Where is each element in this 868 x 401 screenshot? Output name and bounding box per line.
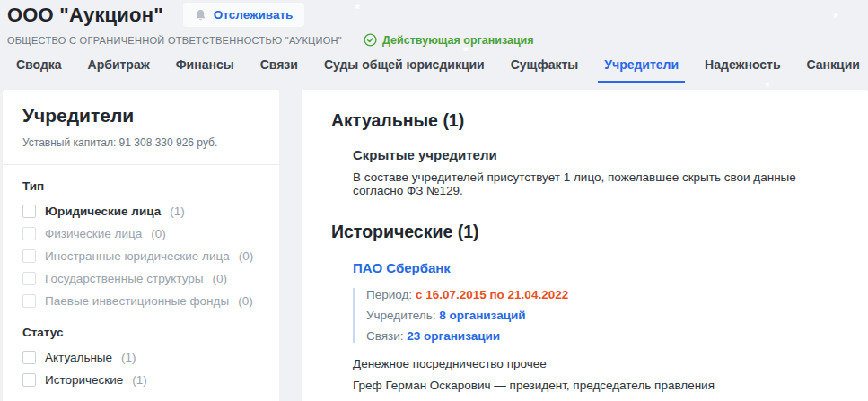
historical-section-title: Исторические (1) xyxy=(331,222,841,242)
filter-legal-entities[interactable]: Юридические лица (1) xyxy=(22,205,261,218)
filter-label: Физические лица xyxy=(45,227,142,240)
checkbox-icon[interactable] xyxy=(22,351,36,364)
filter-count: (0) xyxy=(239,249,254,263)
filter-count: (1) xyxy=(121,351,136,364)
checkbox-icon[interactable] xyxy=(22,227,36,240)
filter-actual[interactable]: Актуальные (1) xyxy=(22,351,261,364)
divider xyxy=(3,164,279,165)
founder-label: Учредитель: xyxy=(366,309,436,322)
founder-orgs-link[interactable]: 8 организаций xyxy=(439,309,525,322)
bell-icon xyxy=(195,9,206,22)
tab-finansy[interactable]: Финансы xyxy=(176,55,234,83)
hidden-founders-text: В составе учредителей присутствует 1 лиц… xyxy=(353,170,841,197)
checkbox-icon[interactable] xyxy=(22,205,36,218)
tab-nadezhnost[interactable]: Надежность xyxy=(705,55,780,83)
checkbox-icon[interactable] xyxy=(22,373,36,387)
founders-panel: Актуальные (1) Скрытые учредители В сост… xyxy=(302,90,868,401)
filter-count: (0) xyxy=(238,294,253,308)
checkbox-icon[interactable] xyxy=(22,294,36,308)
activity-line: Денежное посредничество прочее xyxy=(353,355,841,372)
filter-label: Юридические лица xyxy=(45,205,161,218)
filter-label: Иностранные юридические лица xyxy=(45,249,230,263)
filter-label: Паевые инвестиционные фонды xyxy=(45,294,229,308)
tab-sudy[interactable]: Суды общей юрисдикции xyxy=(324,55,485,83)
filter-count: (0) xyxy=(212,272,227,285)
company-name: ООО "Аукцион" xyxy=(7,4,163,27)
filters-sidebar: Учредители Уставный капитал: 91 308 330 … xyxy=(3,90,279,401)
filter-label: Актуальные xyxy=(45,351,112,364)
filter-count: (0) xyxy=(151,227,166,240)
track-button-label: Отслеживать xyxy=(214,8,294,22)
filter-state-structures[interactable]: Государственные структуры (0) xyxy=(22,272,261,285)
hidden-founders-title: Скрытые учредители xyxy=(353,147,841,162)
links-row: Связи: 23 организации xyxy=(366,329,841,343)
checkbox-icon[interactable] xyxy=(22,272,36,285)
filter-count: (1) xyxy=(170,205,185,218)
founder-row: Учредитель: 8 организаций xyxy=(366,309,841,322)
founder-card: ПАО Сбербанк Период: с 16.07.2015 по 21.… xyxy=(353,260,841,401)
company-full-name: ОБЩЕСТВО С ОГРАНИЧЕННОЙ ОТВЕТСТВЕННОСТЬЮ… xyxy=(7,35,342,46)
founder-company-link[interactable]: ПАО Сбербанк xyxy=(353,260,451,275)
filter-label: Исторические xyxy=(45,373,123,387)
filter-individuals[interactable]: Физические лица (0) xyxy=(22,227,261,240)
status-badge-label: Действующая организация xyxy=(382,34,534,47)
tab-uchrediteli[interactable]: Учредители xyxy=(604,55,679,83)
period-label: Период: xyxy=(366,288,412,301)
charter-capital: Уставный капитал: 91 308 330 926 руб. xyxy=(22,136,261,149)
filter-foreign-legal-entities[interactable]: Иностранные юридические лица (0) xyxy=(22,249,261,263)
founder-details: Денежное посредничество прочее Греф Герм… xyxy=(353,355,841,401)
tab-sushchfakty[interactable]: Сущфакты xyxy=(511,55,579,83)
track-button[interactable]: Отслеживать xyxy=(183,3,305,27)
founder-meta-block: Период: с 16.07.2015 по 21.04.2022 Учред… xyxy=(353,288,841,343)
links-label: Связи: xyxy=(366,329,404,343)
ceo-line: Греф Герман Оскарович — президент, предс… xyxy=(353,377,841,394)
tab-arbitrazh[interactable]: Арбитраж xyxy=(88,55,150,83)
period-value: с 16.07.2015 по 21.04.2022 xyxy=(416,288,568,301)
sidebar-title: Учредители xyxy=(22,105,261,126)
filter-group-type-title: Тип xyxy=(22,179,261,193)
filter-historical[interactable]: Исторические (1) xyxy=(22,373,261,387)
tab-svodka[interactable]: Сводка xyxy=(16,55,62,83)
checkbox-icon[interactable] xyxy=(22,249,36,263)
period-row: Период: с 16.07.2015 по 21.04.2022 xyxy=(366,288,841,301)
tab-bar: Сводка Арбитраж Финансы Связи Суды общей… xyxy=(0,55,868,83)
filter-group-status-title: Статус xyxy=(22,326,261,339)
page-header: ООО "Аукцион" Отслеживать ОБЩЕСТВО С ОГР… xyxy=(0,0,868,47)
filter-count: (1) xyxy=(132,373,147,387)
filter-investment-funds[interactable]: Паевые инвестиционные фонды (0) xyxy=(22,294,261,308)
actual-section-title: Актуальные (1) xyxy=(331,110,841,131)
status-badge: Действующая организация xyxy=(364,33,534,47)
content-area: Учредители Уставный капитал: 91 308 330 … xyxy=(0,90,868,401)
tab-svyazi[interactable]: Связи xyxy=(260,55,298,83)
filter-label: Государственные структуры xyxy=(45,272,203,285)
links-orgs-link[interactable]: 23 организации xyxy=(407,329,500,343)
tab-sanktsii[interactable]: Санкции xyxy=(807,55,860,83)
check-circle-icon xyxy=(364,33,377,47)
